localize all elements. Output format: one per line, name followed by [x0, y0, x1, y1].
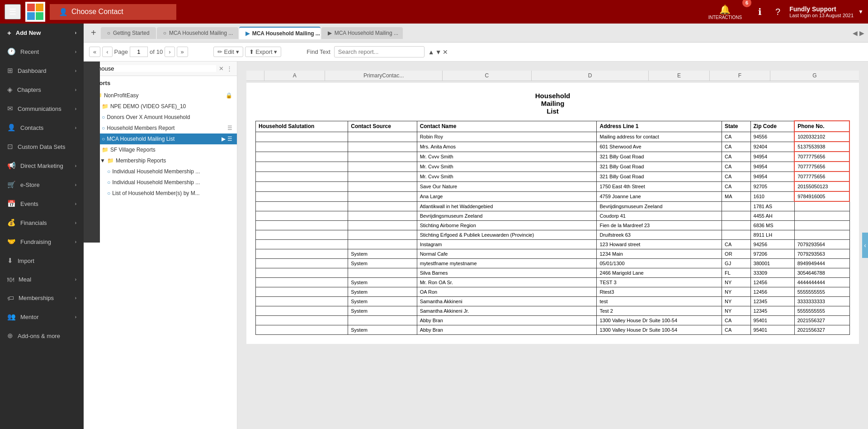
sidebar-label-custom-data-sets: Custom Data Sets — [18, 143, 66, 150]
next-page-button[interactable]: › — [165, 47, 175, 57]
cell-address: 123 Howard street — [597, 239, 722, 249]
tree-node-npe-demo[interactable]: ▼ 📁 NPE DEMO (VIDEO SAFE)_10 — [84, 101, 237, 112]
sidebar-item-add-ons[interactable]: ⊕ Add-ons & more — [0, 326, 84, 345]
sidebar-label-financials: Financials — [20, 219, 47, 226]
col-header-source: Contact Source — [348, 121, 417, 132]
sidebar-item-events[interactable]: 📅 Events › — [0, 194, 84, 213]
report-play-button[interactable]: ▶ — [222, 136, 226, 142]
cell-state: CA — [722, 239, 750, 249]
sidebar-item-dashboard[interactable]: ⊞ Dashboard › — [0, 61, 84, 80]
sidebar-item-communications[interactable]: ✉ Communications › — [0, 99, 84, 118]
sidebar-item-e-store[interactable]: 🛒 e-Store › — [0, 175, 84, 194]
find-text-input[interactable] — [334, 46, 425, 57]
choose-contact-button[interactable]: 👤 Choose Contact — [50, 4, 176, 20]
help-button[interactable]: ? — [771, 5, 785, 19]
tab-mca-mailing-1[interactable]: ○ MCA Household Mailing ... — [157, 27, 238, 39]
cell-zip: 1781 AS — [750, 201, 794, 211]
col-G-header[interactable]: G — [770, 71, 859, 81]
cell-source — [348, 230, 417, 239]
report-menu-button[interactable]: ☰ — [227, 136, 232, 142]
sidebar-label-add-new: Add New — [16, 29, 41, 36]
cell-salutation — [256, 325, 348, 334]
col-A-header[interactable]: A — [264, 71, 325, 81]
user-last-login: Last login on 13 August 2021 — [789, 13, 854, 18]
sidebar-label-mentor: Mentor — [20, 314, 38, 320]
tree-node-household-members[interactable]: ○ Household Members Report ☰ — [84, 123, 237, 133]
hamburger-menu-button[interactable]: ☰ — [5, 4, 21, 19]
sidebar-item-add-new[interactable]: + Add New › — [0, 24, 84, 42]
panel-collapse-button[interactable]: ‹ — [862, 233, 868, 258]
events-icon: 📅 — [7, 200, 16, 208]
cell-phone — [794, 230, 849, 239]
cell-name: Mrs. Anita Amos — [417, 142, 597, 152]
cell-name: Silva Barnes — [417, 268, 597, 277]
info-button[interactable]: ℹ — [754, 5, 766, 19]
cell-state: CA — [722, 132, 750, 142]
tree-node-nonprofiteasy[interactable]: ▼ 📁 NonProfitEasy 🔒 — [84, 90, 237, 101]
cell-name: Instagram — [417, 239, 597, 249]
cell-phone: 20155050123 — [794, 181, 849, 191]
sidebar-item-memberships[interactable]: 🏷 Memberships › — [0, 289, 84, 307]
interactions-button[interactable]: 🔔 6 INTERACTIONS — [701, 0, 749, 24]
col-header-zip: Zip Code — [750, 121, 794, 132]
edit-button[interactable]: ✏ Edit ▾ — [213, 47, 243, 57]
sidebar-item-contacts[interactable]: 👤 Contacts › — [0, 118, 84, 137]
cell-zip: 92705 — [750, 181, 794, 191]
cell-state: CA — [722, 315, 750, 325]
user-menu[interactable]: Fundly Support Last login on 13 August 2… — [789, 5, 854, 18]
search-clear-button[interactable]: ✕ — [219, 65, 224, 72]
search-input[interactable] — [98, 65, 216, 72]
tree-node-list-household[interactable]: ○ List of Household Member(s) by M... — [84, 188, 237, 199]
tree-node-donors-over[interactable]: ○ Donors Over X Amount Household — [84, 112, 237, 123]
add-tab-button[interactable]: + — [87, 26, 100, 40]
sidebar-item-mentor[interactable]: 👥 Mentor › — [0, 307, 84, 326]
sidebar-item-fundraising[interactable]: 🤝 Fundraising › — [0, 232, 84, 251]
tab-mca-mailing-active[interactable]: ▶ MCA Household Mailing ... ✕ — [239, 27, 321, 39]
sidebar-item-direct-marketing[interactable]: 📢 Direct Marketing › — [0, 156, 84, 175]
tab-play-icon: ▶ — [245, 30, 250, 37]
report-menu-button[interactable]: ☰ — [227, 125, 232, 131]
sidebar-item-import[interactable]: ⬇ Import — [0, 251, 84, 270]
sidebar-label-recent: Recent — [20, 48, 39, 55]
find-close-button[interactable]: ✕ — [443, 48, 448, 56]
sidebar-item-custom-data-sets[interactable]: ⊡ Custom Data Sets — [0, 137, 84, 156]
col-F-header[interactable]: F — [710, 71, 770, 81]
tab-scroll-right-button[interactable]: ▶ — [859, 29, 864, 37]
search-menu-button[interactable]: ⋮ — [226, 65, 232, 72]
col-E-header[interactable]: E — [649, 71, 709, 81]
tab-getting-started[interactable]: ○ Getting Started — [101, 27, 156, 39]
tab-icon: ▶ — [328, 30, 332, 36]
tree-node-sf-village[interactable]: ▼ 📁 SF Village Reports — [84, 144, 237, 155]
sidebar-item-meal[interactable]: 🍽 Meal › — [0, 270, 84, 289]
tab-mca-mailing-3[interactable]: ▶ MCA Household Mailing ... — [321, 27, 403, 39]
cell-phone: 7079293564 — [794, 239, 849, 249]
col-B-header[interactable]: PrimaryContac... — [325, 71, 443, 81]
cell-name: Samantha Akkineni — [417, 296, 597, 306]
sidebar-item-recent[interactable]: 🕐 Recent › — [0, 42, 84, 61]
cell-salutation — [256, 162, 348, 172]
col-C-header[interactable]: C — [443, 71, 532, 81]
sidebar-item-financials[interactable]: 💰 Financials › — [0, 213, 84, 232]
cell-source: System — [348, 296, 417, 306]
tree-node-membership-reports[interactable]: ▼ 📁 Membership Reports — [84, 155, 237, 166]
tree-node-individual-1[interactable]: ○ Individual Household Membership ... — [84, 166, 237, 177]
sidebar-item-chapters[interactable]: ◈ Chapters › — [0, 80, 84, 99]
cell-state: NY — [722, 287, 750, 296]
tree-node-individual-2[interactable]: ○ Individual Household Membership ... — [84, 177, 237, 188]
find-prev-button[interactable]: ▲ — [428, 48, 434, 56]
user-name: Fundly Support — [789, 5, 836, 13]
col-D-header[interactable]: D — [532, 71, 649, 81]
export-button[interactable]: ⬆ Export ▾ — [245, 47, 282, 57]
edit-chevron-icon: ▾ — [236, 48, 239, 55]
page-number-input[interactable] — [130, 47, 148, 57]
cell-phone: 5137553938 — [794, 142, 849, 152]
tab-label: MCA Household Mailing ... — [252, 30, 320, 37]
cell-name: Mr. Cvvv Smith — [417, 162, 597, 172]
cell-salutation — [256, 152, 348, 162]
tab-scroll-left-button[interactable]: ◀ — [853, 29, 858, 37]
tree-node-mca-household[interactable]: ○ MCA Household Mailing List ▶ ☰ — [84, 133, 237, 144]
prev-page-button[interactable]: ‹ — [102, 47, 112, 57]
first-page-button[interactable]: « — [89, 47, 100, 57]
find-next-button[interactable]: ▼ — [435, 48, 442, 56]
last-page-button[interactable]: » — [177, 47, 188, 57]
